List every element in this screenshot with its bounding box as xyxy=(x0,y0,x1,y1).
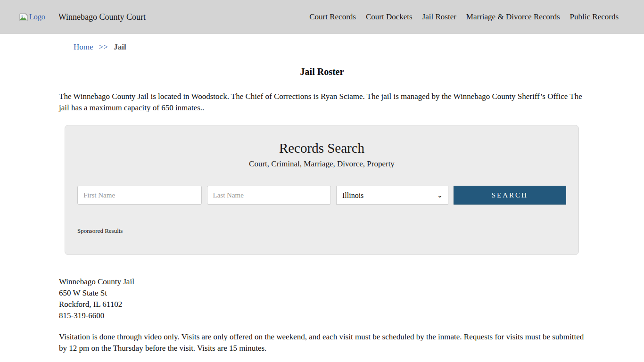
records-search-panel: Records Search Court, Criminal, Marriage… xyxy=(65,125,579,255)
last-name-input[interactable] xyxy=(207,186,331,205)
main-nav: Court Records Court Dockets Jail Roster … xyxy=(309,12,619,22)
sponsored-results-label: Sponsored Results xyxy=(77,227,566,235)
records-search-subtitle: Court, Criminal, Marriage, Divorce, Prop… xyxy=(77,159,566,169)
site-title: Winnebago County Court xyxy=(58,12,146,22)
brand: Logo Winnebago County Court xyxy=(19,12,146,22)
breadcrumb-home-link[interactable]: Home xyxy=(74,42,93,51)
logo-alt-text: Logo xyxy=(29,13,45,21)
nav-marriage-divorce-records[interactable]: Marriage & Divorce Records xyxy=(466,12,560,22)
records-search-title: Records Search xyxy=(77,140,566,156)
nav-jail-roster[interactable]: Jail Roster xyxy=(422,12,456,22)
header: Logo Winnebago County Court Court Record… xyxy=(0,0,644,34)
breadcrumb-separator: >> xyxy=(99,42,108,51)
first-name-input[interactable] xyxy=(77,186,202,205)
page-title: Jail Roster xyxy=(59,66,585,77)
jail-address-line2: Rockford, IL 61102 xyxy=(59,299,585,310)
visitation-paragraph: Visitation is done through video only. V… xyxy=(59,331,585,354)
intro-paragraph: The Winnebago County Jail is located in … xyxy=(59,91,585,114)
jail-phone: 815-319-6600 xyxy=(59,310,585,321)
state-select-wrap: Illinois ⌄ xyxy=(336,186,448,205)
main-content: Home >> Jail Jail Roster The Winnebago C… xyxy=(59,42,585,354)
jail-info-block: Winnebago County Jail 650 W State St Roc… xyxy=(59,276,585,321)
logo-link[interactable]: Logo xyxy=(19,13,45,21)
nav-public-records[interactable]: Public Records xyxy=(570,12,619,22)
state-select[interactable]: Illinois xyxy=(336,186,448,205)
search-form-row: Illinois ⌄ SEARCH xyxy=(77,186,566,205)
breadcrumb-current: Jail xyxy=(114,42,126,51)
jail-address-line1: 650 W State St xyxy=(59,288,585,299)
nav-court-records[interactable]: Court Records xyxy=(309,12,356,22)
search-button[interactable]: SEARCH xyxy=(454,186,567,205)
jail-name: Winnebago County Jail xyxy=(59,276,585,288)
broken-image-icon xyxy=(19,13,29,21)
nav-court-dockets[interactable]: Court Dockets xyxy=(366,12,413,22)
breadcrumb: Home >> Jail xyxy=(74,42,585,52)
